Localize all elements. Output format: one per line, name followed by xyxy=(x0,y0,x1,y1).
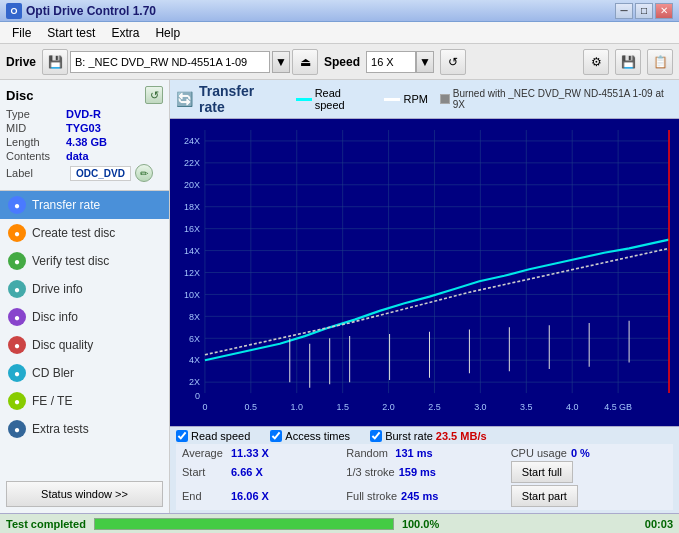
transfer-rate-icon: ● xyxy=(8,196,26,214)
start-full-button[interactable]: Start full xyxy=(511,461,573,483)
export-icon[interactable]: 📋 xyxy=(647,49,673,75)
nav-extra-tests-label: Extra tests xyxy=(32,422,89,436)
legend-burned-with: Burned with _NEC DVD_RW ND-4551A 1-09 at… xyxy=(440,87,673,111)
nav-cd-bler[interactable]: ● CD Bler xyxy=(0,359,169,387)
access-times-checkbox[interactable] xyxy=(270,430,282,442)
minimize-button[interactable]: ─ xyxy=(615,3,633,19)
burst-rate-checkbox[interactable] xyxy=(370,430,382,442)
disc-mid-label: MID xyxy=(6,122,66,134)
options-icon[interactable]: ⚙ xyxy=(583,49,609,75)
access-times-checkbox-item: Access times xyxy=(270,430,350,442)
read-speed-checkbox[interactable] xyxy=(176,430,188,442)
drive-eject-icon[interactable]: ⏏ xyxy=(292,49,318,75)
nav-disc-info[interactable]: ● Disc info xyxy=(0,303,169,331)
average-value: 11.33 X xyxy=(231,447,281,459)
titlebar-controls: ─ □ ✕ xyxy=(615,3,673,19)
stat-full-stroke: Full stroke 245 ms xyxy=(346,485,502,507)
drive-dropdown[interactable]: B: _NEC DVD_RW ND-4551A 1-09 xyxy=(70,51,270,73)
nav-extra-tests[interactable]: ● Extra tests xyxy=(0,415,169,443)
progress-bar xyxy=(94,518,394,530)
menu-file[interactable]: File xyxy=(4,24,39,42)
chart-legend: Read speed RPM Burned with _NEC DVD_RW N… xyxy=(296,87,673,111)
stat-average: Average 11.33 X xyxy=(182,447,338,459)
end-value: 16.06 X xyxy=(231,490,281,502)
nav-fe-te-label: FE / TE xyxy=(32,394,72,408)
drive-info-icon: ● xyxy=(8,280,26,298)
fe-te-icon: ● xyxy=(8,392,26,410)
svg-text:12X: 12X xyxy=(184,266,201,278)
nav-disc-quality[interactable]: ● Disc quality xyxy=(0,331,169,359)
random-label: Random xyxy=(346,447,391,459)
close-button[interactable]: ✕ xyxy=(655,3,673,19)
disc-length-label: Length xyxy=(6,136,66,148)
nav-verify-test-disc[interactable]: ● Verify test disc xyxy=(0,247,169,275)
save-icon[interactable]: 💾 xyxy=(615,49,641,75)
nav-transfer-rate[interactable]: ● Transfer rate xyxy=(0,191,169,219)
svg-text:8X: 8X xyxy=(189,310,201,322)
svg-text:22X: 22X xyxy=(184,157,201,169)
legend-burned-color xyxy=(440,94,450,104)
legend-burned-label: Burned with _NEC DVD_RW ND-4551A 1-09 at… xyxy=(453,88,673,110)
app-icon: O xyxy=(6,3,22,19)
speed-dropdown[interactable]: 16 X xyxy=(366,51,416,73)
svg-text:6X: 6X xyxy=(189,332,201,344)
menubar: File Start test Extra Help xyxy=(0,22,679,44)
status-window-button[interactable]: Status window >> xyxy=(6,481,163,507)
cpu-label: CPU usage xyxy=(511,447,567,459)
menu-start-test[interactable]: Start test xyxy=(39,24,103,42)
menu-help[interactable]: Help xyxy=(147,24,188,42)
drive-dropdown-arrow[interactable]: ▼ xyxy=(272,51,290,73)
speed-dropdown-arrow[interactable]: ▼ xyxy=(416,51,434,73)
svg-text:10X: 10X xyxy=(184,288,201,300)
nav-fe-te[interactable]: ● FE / TE xyxy=(0,387,169,415)
start-part-button[interactable]: Start part xyxy=(511,485,578,507)
full-stroke-label: Full stroke xyxy=(346,490,397,502)
status-window-btn-wrapper: Status window >> xyxy=(6,481,163,507)
nav-transfer-rate-label: Transfer rate xyxy=(32,198,100,212)
disc-contents-value: data xyxy=(66,150,89,162)
disc-refresh-button[interactable]: ↺ xyxy=(145,86,163,104)
svg-text:3.5: 3.5 xyxy=(520,400,532,412)
nav-disc-info-label: Disc info xyxy=(32,310,78,324)
nav-create-test-disc-label: Create test disc xyxy=(32,226,115,240)
disc-label-icon[interactable]: ✏ xyxy=(135,164,153,182)
sidebar: Disc ↺ Type DVD-R MID TYG03 Length 4.38 … xyxy=(0,80,170,513)
svg-text:18X: 18X xyxy=(184,201,201,213)
legend-rpm-label: RPM xyxy=(403,93,427,105)
stat-cpu: CPU usage 0 % xyxy=(511,447,667,459)
nav-verify-test-disc-label: Verify test disc xyxy=(32,254,109,268)
status-time: 00:03 xyxy=(645,518,673,530)
maximize-button[interactable]: □ xyxy=(635,3,653,19)
refresh-icon[interactable]: ↺ xyxy=(440,49,466,75)
chart-svg: 24X 22X 20X 18X 16X 14X 12X 10X 8X 6X 4X… xyxy=(170,119,679,426)
extra-tests-icon: ● xyxy=(8,420,26,438)
drive-icon[interactable]: 💾 xyxy=(42,49,68,75)
svg-text:24X: 24X xyxy=(184,135,201,147)
nav-create-test-disc[interactable]: ● Create test disc xyxy=(0,219,169,247)
nav-disc-quality-label: Disc quality xyxy=(32,338,93,352)
disc-label-label: Label xyxy=(6,167,66,179)
progress-percent: 100.0% xyxy=(402,518,439,530)
disc-mid-value: TYG03 xyxy=(66,122,101,134)
speed-select: 16 X ▼ xyxy=(366,51,434,73)
read-speed-checkbox-label: Read speed xyxy=(191,430,250,442)
stat-stroke13: 1/3 stroke 159 ms xyxy=(346,461,502,483)
svg-text:0: 0 xyxy=(202,400,207,412)
svg-text:3.0: 3.0 xyxy=(474,400,486,412)
svg-text:0.5: 0.5 xyxy=(245,400,257,412)
statusbar: Test completed 100.0% 00:03 xyxy=(0,513,679,533)
drivebar: Drive 💾 B: _NEC DVD_RW ND-4551A 1-09 ▼ ⏏… xyxy=(0,44,679,80)
svg-text:0: 0 xyxy=(195,389,200,401)
disc-type-label: Type xyxy=(6,108,66,120)
disc-panel: Disc ↺ Type DVD-R MID TYG03 Length 4.38 … xyxy=(0,80,169,191)
svg-text:1.0: 1.0 xyxy=(291,400,303,412)
svg-text:2.5: 2.5 xyxy=(428,400,440,412)
menu-extra[interactable]: Extra xyxy=(103,24,147,42)
svg-text:2.0: 2.0 xyxy=(382,400,394,412)
checkboxes-row: Read speed Access times Burst rate 23.5 … xyxy=(176,430,673,442)
status-text: Test completed xyxy=(6,518,86,530)
random-value: 131 ms xyxy=(395,447,445,459)
create-test-disc-icon: ● xyxy=(8,224,26,242)
nav-drive-info[interactable]: ● Drive info xyxy=(0,275,169,303)
legend-rpm-color xyxy=(384,98,400,101)
